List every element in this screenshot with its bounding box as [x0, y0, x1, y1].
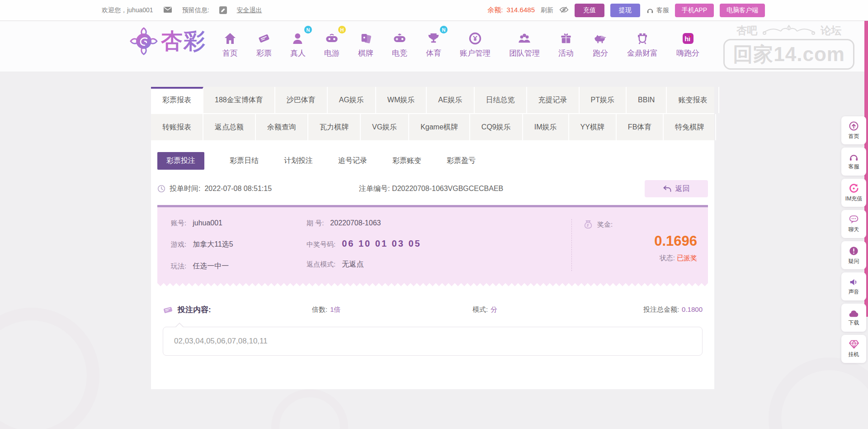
total-label: 投注总金额:: [643, 305, 679, 313]
prize-value: 0.1696: [583, 233, 697, 249]
tab[interactable]: 沙巴体育: [275, 87, 328, 113]
subtab[interactable]: 追号记录: [338, 156, 367, 166]
nav-haipaofen[interactable]: hi 嗨跑分: [676, 28, 699, 58]
tab[interactable]: BBIN: [627, 87, 667, 113]
main-nav: 首页 彩票 N 真人 H 电游 棋牌 电竞 N 体育 账户管理: [222, 28, 699, 58]
eye-off-icon[interactable]: [559, 6, 569, 15]
account-label: 账号:: [171, 219, 186, 227]
tab[interactable]: VG娱乐: [361, 114, 409, 140]
tab[interactable]: AE娱乐: [427, 87, 474, 113]
mobile-app-button[interactable]: 手机APP: [675, 4, 714, 17]
bet-numbers-box: 02,03,04,05,06,07,08,10,11: [163, 327, 703, 356]
subtab[interactable]: 彩票日结: [230, 156, 259, 166]
nav-egames[interactable]: H 电游: [324, 28, 340, 58]
sidebar-service[interactable]: 客服: [841, 148, 866, 176]
headset-icon: [646, 7, 654, 14]
trophy-icon: N: [426, 28, 441, 46]
nav-team[interactable]: 团队管理: [509, 28, 540, 58]
pc-client-button[interactable]: 电脑客户端: [720, 4, 765, 17]
nav-home[interactable]: 首页: [222, 28, 238, 58]
refresh-link[interactable]: 刷新: [541, 6, 553, 14]
badge-h: H: [338, 26, 346, 33]
rhino-icon: [592, 28, 609, 46]
multiple-value: 1倍: [330, 305, 340, 313]
nav-sports[interactable]: N 体育: [426, 28, 441, 58]
coin-icon: [460, 28, 491, 46]
card-body: 彩票投注 彩票日结 计划投注 追号记录 彩票账变 彩票盈亏 投单时间: 2022…: [151, 140, 714, 356]
tab[interactable]: Kgame棋牌: [409, 114, 470, 140]
order-no-label: 注单编号:: [359, 185, 390, 192]
nav-cards[interactable]: 棋牌: [358, 28, 373, 58]
subtab[interactable]: 计划投注: [284, 156, 313, 166]
money-bag-icon: [583, 219, 594, 230]
badge-n: N: [304, 26, 312, 33]
bet-content-label: 投注内容:: [178, 305, 211, 315]
nav-esports[interactable]: 电竞: [392, 28, 407, 58]
service-label: 客服: [656, 6, 669, 14]
esports-gamepad-icon: [392, 28, 407, 46]
subtab[interactable]: 彩票账变: [392, 156, 421, 166]
tab[interactable]: 转账报表: [151, 114, 203, 140]
nav-lottery[interactable]: 彩票: [256, 28, 272, 58]
sidebar-sound[interactable]: 声音: [841, 272, 866, 300]
watermark-right: 论坛: [821, 24, 841, 38]
badge-n: N: [440, 26, 448, 33]
flower-logo-icon: [129, 27, 158, 56]
tab[interactable]: WM娱乐: [376, 87, 427, 113]
nav-paofen[interactable]: 跑分: [592, 28, 609, 58]
live-person-icon: N: [290, 28, 306, 46]
withdraw-button[interactable]: 提现: [610, 4, 640, 17]
tab[interactable]: 188金宝博体育: [203, 87, 275, 113]
recharge-button[interactable]: 充值: [575, 4, 604, 17]
prize-label: 奖金:: [597, 220, 613, 229]
customer-service[interactable]: 客服: [646, 6, 669, 14]
order-time-value: 2022-07-08 08:51:15: [204, 185, 272, 193]
nav-jinding[interactable]: 金鼎财富: [627, 28, 658, 58]
tab[interactable]: 余额查询: [256, 114, 308, 140]
mail-icon[interactable]: [163, 6, 172, 14]
nav-account[interactable]: 账户管理: [460, 28, 491, 58]
tab[interactable]: AG娱乐: [328, 87, 376, 113]
edit-reserved-icon[interactable]: [219, 6, 227, 14]
sidebar-autoplay[interactable]: 挂机: [841, 335, 866, 363]
tab[interactable]: 返点总额: [203, 114, 256, 140]
tab[interactable]: CQ9娱乐: [470, 114, 523, 140]
subtab-bet[interactable]: 彩票投注: [157, 152, 204, 170]
nav-live[interactable]: N 真人: [290, 28, 306, 58]
watermark-site: 回家14.com: [723, 39, 854, 70]
tab[interactable]: 特兔棋牌: [664, 114, 716, 140]
tab[interactable]: 账变报表: [667, 87, 719, 113]
multiple-label: 倍数:: [312, 305, 327, 313]
subtab[interactable]: 彩票盈亏: [447, 156, 476, 166]
tab[interactable]: 瓦力棋牌: [308, 114, 361, 140]
arrow-up-circle-icon: [849, 121, 859, 131]
gift-icon: [558, 28, 574, 46]
sidebar-home[interactable]: 首页: [841, 116, 866, 144]
back-button[interactable]: 返回: [645, 180, 708, 197]
tabs-row-2: 转账报表 返点总额 余额查询 瓦力棋牌 VG娱乐 Kgame棋牌 CQ9娱乐 I…: [151, 113, 714, 140]
bet-summary-row: 投注内容: 倍数:1倍 模式:分 投注总金额:0.1800: [163, 305, 703, 315]
win-numbers-value: 06 10 01 03 05: [342, 238, 421, 248]
sidebar-download[interactable]: 下载: [841, 304, 866, 332]
sidebar-chat[interactable]: 聊天: [841, 210, 866, 238]
issue-value: 20220708-1063: [330, 219, 381, 227]
tab[interactable]: 彩票报表: [151, 87, 203, 113]
order-time-label: 投单时间:: [170, 184, 200, 194]
chat-bubble-icon: [849, 214, 859, 224]
tab[interactable]: 充提记录: [527, 87, 580, 113]
gamepad-icon: H: [324, 28, 340, 46]
tab[interactable]: PT娱乐: [580, 87, 627, 113]
nav-activity[interactable]: 活动: [558, 28, 574, 58]
tab[interactable]: IM娱乐: [523, 114, 569, 140]
tab[interactable]: 日结总览: [475, 87, 527, 113]
tab[interactable]: YY棋牌: [569, 114, 617, 140]
sidebar-im-recharge[interactable]: IM充值: [841, 179, 866, 207]
sidebar-question[interactable]: 疑问: [841, 241, 866, 269]
tab[interactable]: FB体育: [617, 114, 664, 140]
flourish-icon: [762, 23, 816, 38]
brand-logo[interactable]: 杏彩: [129, 27, 206, 56]
headphones-icon: [849, 153, 859, 162]
play-label: 玩法:: [171, 262, 186, 270]
floating-sidebar: 首页 客服 IM充值 聊天 疑问 声音 下载 挂机: [841, 116, 866, 363]
logout-link[interactable]: 安全退出: [237, 6, 262, 14]
